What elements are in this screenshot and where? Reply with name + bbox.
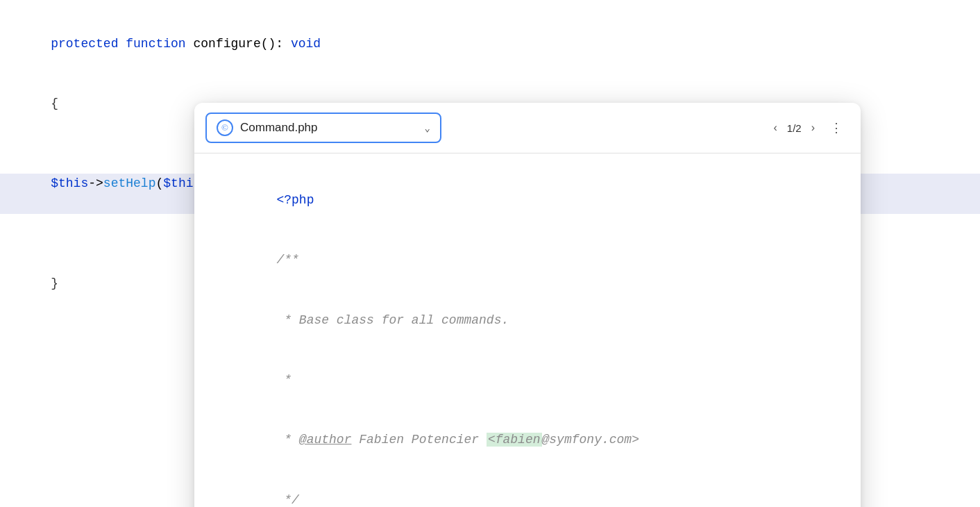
popup-navigation: ‹ 1/2 › ⋮ <box>769 117 850 138</box>
next-button[interactable]: › <box>807 119 819 137</box>
chevron-down-icon: ⌄ <box>425 122 430 134</box>
popup-content: <?php /** * Base class for all commands.… <box>194 153 861 507</box>
content-php-tag: <?php <box>217 170 838 230</box>
content-comment-end: */ <box>217 470 838 507</box>
file-selector-inner: © Command.php <box>217 119 318 136</box>
content-comment-star2: * <box>217 350 838 410</box>
keyword-function: function <box>126 37 185 51</box>
nav-count: 1/2 <box>787 122 802 134</box>
php-open-tag: <?php <box>276 193 314 207</box>
file-name-label: Command.php <box>240 121 318 135</box>
content-comment-start: /** <box>217 230 838 290</box>
email-highlight: <fabien <box>487 433 542 447</box>
more-options-button[interactable]: ⋮ <box>825 117 850 138</box>
copyright-icon: © <box>217 119 233 136</box>
brace-open: { <box>51 97 58 110</box>
content-comment-desc: * Base class for all commands. <box>217 290 838 350</box>
code-line-1: protected function configure(): void <box>21 14 959 74</box>
content-comment-author: * @author Fabien Potencier <fabien@symfo… <box>217 410 838 470</box>
keyword-protected: protected <box>51 37 118 51</box>
file-selector[interactable]: © Command.php ⌄ <box>205 113 441 143</box>
popup-header: © Command.php ⌄ ‹ 1/2 › ⋮ <box>194 103 861 153</box>
definition-popup: © Command.php ⌄ ‹ 1/2 › ⋮ <box>194 103 861 507</box>
author-tag: @author <box>299 433 352 447</box>
brace-close: } <box>51 276 58 290</box>
code-editor: protected function configure(): void { $… <box>0 0 980 507</box>
keyword-void: void <box>291 37 321 51</box>
prev-button[interactable]: ‹ <box>769 119 781 137</box>
popup-header-left: © Command.php ⌄ <box>205 113 755 143</box>
